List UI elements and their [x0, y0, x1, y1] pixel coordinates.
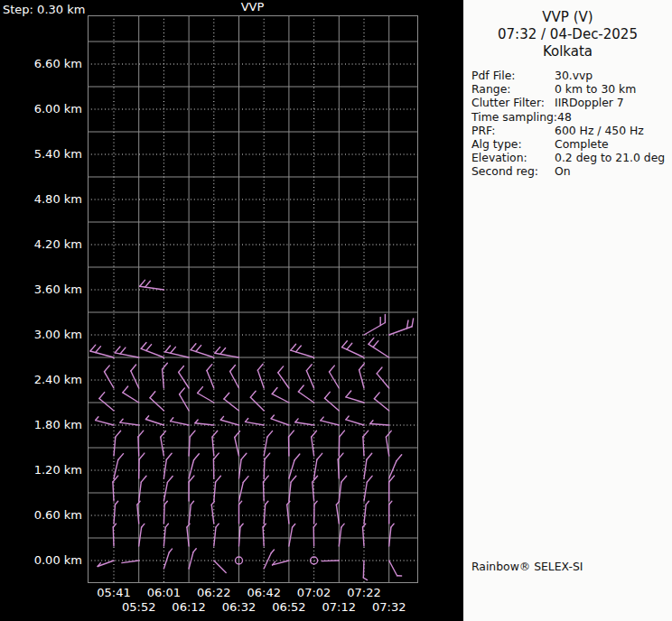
wind-barb — [214, 561, 226, 572]
wind-barb — [214, 476, 221, 501]
wind-barb — [329, 366, 339, 388]
branding-footer: Rainbow® SELEX-SI — [471, 560, 583, 573]
y-axis-tick-label: 0.00 km — [0, 553, 82, 568]
wind-barb — [163, 453, 172, 478]
y-axis-tick-label: 1.80 km — [0, 418, 82, 432]
wind-barb — [271, 415, 289, 425]
wind-barb — [263, 524, 266, 546]
wind-barb — [321, 417, 339, 425]
wind-barb — [140, 280, 164, 290]
wind-barb — [207, 365, 214, 388]
wind-barb — [163, 476, 173, 501]
x-axis-tick-label: 07:22 — [339, 586, 389, 599]
x-axis-tick-label: 05:41 — [89, 586, 139, 599]
wind-barb — [113, 476, 118, 501]
info-row: Alg type:Complete — [463, 137, 672, 151]
info-row: Clutter Filter:IIRDoppler 7 — [463, 96, 672, 109]
wind-barb — [189, 454, 199, 478]
wind-barb — [171, 418, 190, 425]
info-label: Second reg: — [471, 164, 555, 178]
wind-barb — [370, 421, 389, 425]
wind-barb — [220, 416, 238, 425]
wind-barb — [115, 347, 139, 357]
info-label: Pdf File: — [471, 69, 555, 82]
info-label: Elevation: — [471, 151, 555, 164]
wind-barb — [264, 453, 270, 478]
wind-barb — [191, 344, 214, 357]
info-list: Pdf File:30.vvpRange:0 km to 30 kmClutte… — [463, 69, 672, 179]
wind-barb — [211, 501, 214, 524]
wind-barb — [123, 386, 139, 403]
wind-barb — [257, 364, 264, 388]
site-name: Kolkata — [463, 43, 672, 60]
wind-barb — [389, 319, 414, 335]
wind-barb — [163, 524, 168, 546]
x-axis-tick-label: 06:32 — [214, 600, 265, 614]
y-axis-tick-label: 4.20 km — [0, 237, 82, 252]
info-value: 30.vvp — [555, 69, 672, 82]
info-value: 0 km to 30 km — [555, 82, 672, 96]
wind-barb — [195, 420, 214, 425]
x-axis-tick-label: 06:01 — [138, 586, 189, 599]
wind-barb — [189, 549, 196, 569]
wind-barb — [113, 524, 116, 546]
plot-title: VVP — [88, 0, 417, 14]
info-row: Range:0 km to 30 km — [463, 82, 672, 96]
wind-barb — [189, 431, 195, 456]
wind-barb — [180, 388, 190, 411]
wind-barb — [150, 392, 163, 411]
wind-barb — [161, 431, 166, 456]
wind-barb — [289, 476, 296, 501]
wind-barb — [389, 524, 394, 546]
info-label: Time sampling: — [471, 110, 557, 124]
wind-barb — [98, 561, 114, 566]
wind-barb — [339, 524, 344, 546]
info-value: 0.2 deg to 21.0 deg — [555, 151, 672, 164]
info-row: PRF:600 Hz / 450 Hz — [463, 124, 672, 137]
wind-barb — [163, 363, 168, 388]
wind-barb — [224, 393, 239, 411]
wind-barb — [313, 476, 318, 501]
wind-barb — [163, 549, 172, 569]
wind-barb — [264, 550, 274, 569]
wind-barb — [389, 501, 392, 524]
wind-barb — [139, 453, 145, 478]
wind-barb — [263, 476, 268, 501]
info-row: Second reg:On — [463, 164, 672, 178]
wind-barb — [165, 346, 189, 357]
wind-barb — [389, 561, 402, 576]
wind-barb — [99, 393, 114, 411]
wind-barb — [239, 477, 249, 501]
y-axis-tick-label: 6.60 km — [0, 57, 82, 71]
wind-barb — [215, 347, 239, 357]
wind-barb — [369, 338, 389, 357]
wind-barb — [90, 345, 114, 357]
x-axis-tick-label: 06:22 — [189, 586, 239, 599]
wind-barb — [339, 476, 346, 501]
x-axis-tick-label: 06:42 — [238, 586, 289, 599]
wind-barb — [163, 501, 167, 524]
wind-barb — [364, 501, 369, 524]
wind-barb — [324, 392, 339, 411]
info-label: PRF: — [471, 124, 555, 137]
wind-barb — [96, 417, 114, 425]
wind-barb — [389, 476, 395, 501]
vvp-window: Step: 0.30 km VVP 6.60 km6.00 km5.40 km4… — [0, 0, 672, 621]
wind-barb — [314, 453, 322, 478]
wind-barb — [141, 342, 163, 357]
info-value: 600 Hz / 450 Hz — [555, 124, 672, 137]
wind-barb — [273, 561, 289, 565]
y-axis-tick-label: 5.40 km — [0, 147, 82, 162]
wind-barb — [339, 431, 344, 456]
y-axis-tick-label: 3.00 km — [0, 328, 82, 342]
wind-barb — [346, 416, 364, 425]
info-value: On — [555, 164, 672, 178]
y-axis-tick-label: 1.20 km — [0, 463, 82, 477]
wind-barb — [179, 366, 189, 388]
wind-barb — [364, 453, 372, 478]
wind-barb — [105, 366, 115, 388]
info-row: Elevation:0.2 deg to 21.0 deg — [463, 151, 672, 164]
wind-barb — [139, 476, 146, 501]
wind-barb — [198, 387, 214, 403]
info-label: Range: — [471, 82, 555, 96]
